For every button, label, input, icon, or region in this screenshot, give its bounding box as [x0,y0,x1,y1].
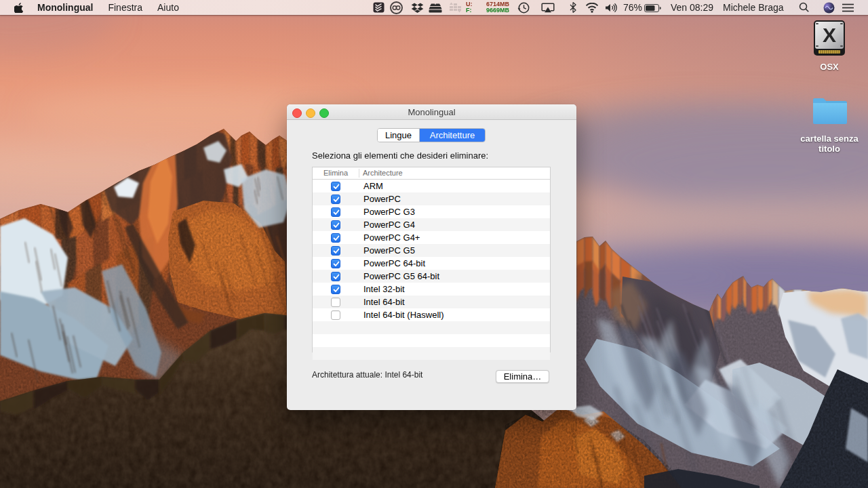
svg-text:X: X [823,24,836,46]
